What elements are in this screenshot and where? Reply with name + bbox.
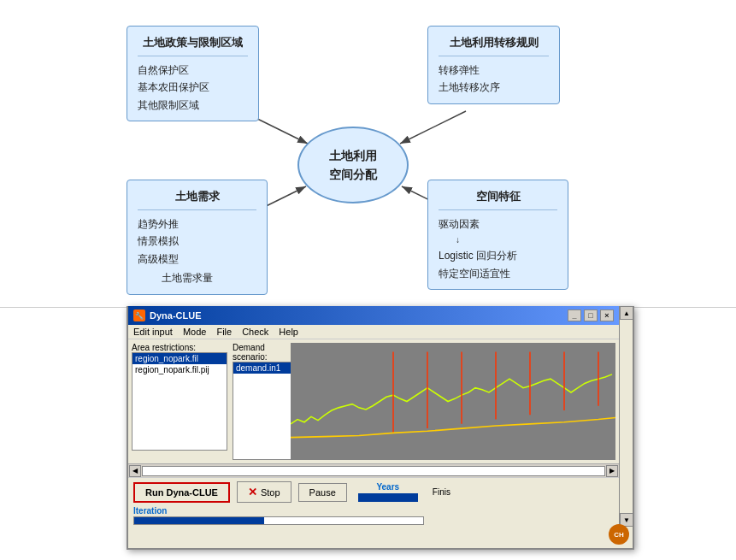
- box-top-right-title: 土地利用转移规则: [439, 33, 549, 56]
- app-icon: 🔧: [133, 309, 145, 321]
- svg-rect-7: [291, 343, 615, 460]
- iteration-bar-fill: [134, 517, 264, 524]
- dyna-window: 🔧 Dyna-CLUE _ □ × Edit input Mode File C…: [127, 306, 634, 550]
- box-bottom-left-extra: 土地需求量: [162, 269, 213, 286]
- box-bottom-right: 空间特征 驱动因素 ↓ Logistic 回归分析 特定空间适宜性: [427, 180, 568, 290]
- menu-help[interactable]: Help: [279, 327, 298, 337]
- maximize-button[interactable]: □: [584, 309, 598, 321]
- area-item-1[interactable]: region_nopark.fil: [132, 353, 227, 364]
- bottom-controls: Run Dyna-CLUE ✕ Stop Pause Years Finis I…: [128, 477, 619, 527]
- dyna-titlebar: 🔧 Dyna-CLUE _ □ ×: [128, 306, 619, 325]
- menu-mode[interactable]: Mode: [183, 327, 207, 337]
- menu-edit-input[interactable]: Edit input: [133, 327, 173, 337]
- menu-file[interactable]: File: [216, 327, 232, 337]
- right-scrollbar[interactable]: ▲ ▼: [619, 306, 633, 527]
- stop-label: Stop: [261, 487, 280, 498]
- run-dynaclue-button[interactable]: Run Dyna-CLUE: [133, 482, 230, 503]
- menu-check[interactable]: Check: [242, 327, 268, 337]
- chart-svg: [291, 343, 615, 460]
- iteration-label: Iteration: [133, 506, 614, 516]
- content-scrollbar[interactable]: ◀ ▶: [128, 463, 619, 477]
- close-button[interactable]: ×: [600, 309, 614, 321]
- stop-icon: ✕: [248, 486, 257, 498]
- minimize-button[interactable]: _: [568, 309, 581, 321]
- box-bottom-left-title: 土地需求: [138, 187, 256, 210]
- box-top-right-item1: 转移弹性: [439, 62, 549, 79]
- demand-scenario-list[interactable]: demand.in1: [233, 362, 294, 460]
- box-bottom-left-item2: 情景模拟: [138, 233, 256, 250]
- area-restrictions-label: Area restrictions:: [132, 343, 227, 352]
- demand-item-1[interactable]: demand.in1: [233, 363, 293, 374]
- years-section: Years: [354, 482, 422, 502]
- years-label: Years: [376, 482, 399, 492]
- box-bottom-left-item1: 趋势外推: [138, 215, 256, 233]
- scroll-vertical-track[interactable]: [620, 320, 633, 513]
- box-bottom-right-item2: Logistic 回归分析: [439, 247, 557, 264]
- scroll-track[interactable]: [142, 466, 605, 476]
- box-bottom-left-item3: 高级模型: [138, 251, 179, 268]
- finish-label: Finis: [433, 487, 450, 497]
- scroll-right-btn[interactable]: ▶: [606, 465, 618, 477]
- iteration-row: Iteration: [133, 506, 614, 525]
- center-ellipse: 土地利用 空间分配: [297, 127, 409, 203]
- box-bottom-right-item1: 驱动因素: [439, 215, 557, 233]
- box-top-left-item2: 基本农田保护区: [138, 79, 248, 96]
- pause-button[interactable]: Pause: [298, 483, 347, 502]
- box-top-right-item2: 土地转移次序: [439, 79, 549, 96]
- box-bottom-left: 土地需求 趋势外推 情景模拟 高级模型 土地需求量: [127, 180, 268, 295]
- diagram-area: 土地政策与限制区域 自然保护区 基本农田保护区 其他限制区域 土地利用转移规则 …: [0, 0, 736, 308]
- scroll-up-btn[interactable]: ▲: [620, 306, 633, 320]
- ellipse-line1: 土地利用: [329, 146, 377, 165]
- box-bottom-right-title: 空间特征: [439, 187, 557, 210]
- box-top-left-item1: 自然保护区: [138, 62, 248, 79]
- years-bar: [358, 493, 418, 502]
- box-top-left-item3: 其他限制区域: [138, 97, 248, 114]
- scroll-left-btn[interactable]: ◀: [129, 465, 141, 477]
- control-row1: Run Dyna-CLUE ✕ Stop Pause Years Finis: [133, 481, 614, 503]
- box-top-left: 土地政策与限制区域 自然保护区 基本农田保护区 其他限制区域: [127, 26, 259, 121]
- box-top-right: 土地利用转移规则 转移弹性 土地转移次序: [427, 26, 560, 104]
- box-bottom-right-item3: 特定空间适宜性: [439, 265, 557, 282]
- window-title: Dyna-CLUE: [150, 310, 202, 321]
- ch-icon: CH: [609, 524, 629, 545]
- chart-area: [291, 343, 615, 460]
- area-item-2[interactable]: region_nopark.fil.pij: [132, 364, 227, 375]
- ellipse-line2: 空间分配: [329, 165, 377, 184]
- stop-button[interactable]: ✕ Stop: [237, 481, 291, 503]
- box-top-left-title: 土地政策与限制区域: [138, 33, 248, 56]
- menubar: Edit input Mode File Check Help: [128, 325, 619, 339]
- svg-line-2: [400, 111, 466, 144]
- iteration-bar-bg: [133, 516, 424, 525]
- area-restrictions-list[interactable]: region_nopark.fil region_nopark.fil.pij: [132, 352, 227, 451]
- demand-scenario-label: Demand scenario:: [233, 343, 294, 362]
